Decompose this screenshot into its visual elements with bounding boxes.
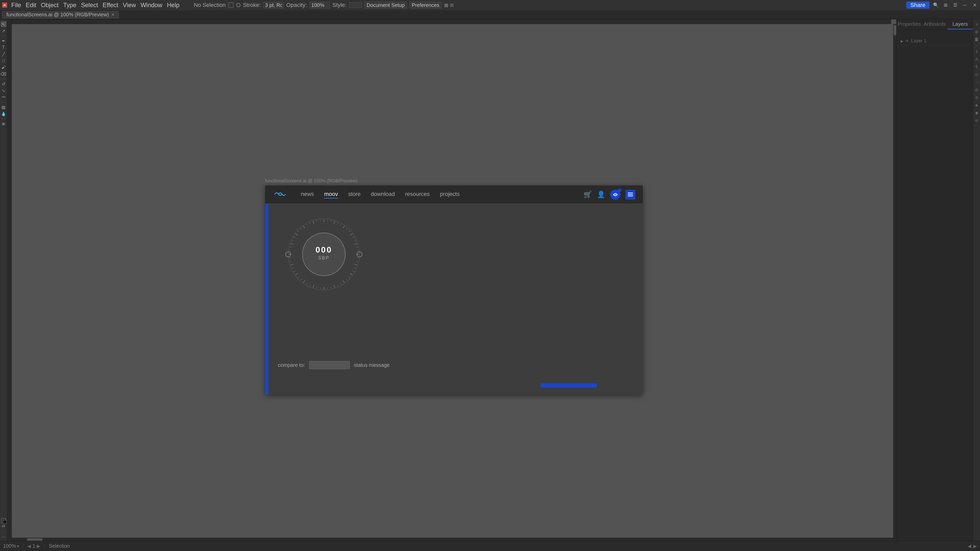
- brush-panel-icon[interactable]: ⊙: [974, 72, 980, 77]
- preferences-btn[interactable]: Preferences: [410, 2, 442, 8]
- svg-point-67: [302, 233, 345, 276]
- compare-input-field[interactable]: [309, 361, 350, 369]
- transform-icon[interactable]: ↔: [974, 79, 980, 85]
- nav-news[interactable]: news: [301, 191, 314, 198]
- swap-colors-icon[interactable]: ⇄: [2, 524, 5, 528]
- line-tool[interactable]: ╱: [1, 51, 6, 57]
- menu-view[interactable]: View: [123, 2, 136, 9]
- nav-moov[interactable]: moov: [324, 191, 338, 198]
- expand-icon[interactable]: ⊞: [450, 2, 454, 8]
- next-page-icon[interactable]: ▶: [37, 543, 40, 549]
- stroke-value-input[interactable]: [263, 2, 284, 8]
- status-divider-1: [23, 544, 23, 548]
- svg-line-50: [290, 261, 291, 262]
- img-trace-icon[interactable]: ⊘: [974, 118, 980, 123]
- menu-type[interactable]: Type: [63, 2, 76, 9]
- menu-square-btn[interactable]: [625, 190, 635, 200]
- close-icon[interactable]: ✕: [971, 2, 978, 8]
- panels-icon[interactable]: ☰: [952, 2, 959, 8]
- menu-effect[interactable]: Effect: [103, 2, 118, 9]
- char-icon[interactable]: A: [974, 56, 980, 62]
- menu-file[interactable]: File: [11, 2, 21, 9]
- menu-bar: Ai File Edit Object Type Select Effect V…: [0, 0, 980, 10]
- more-tools-btn[interactable]: …: [1, 533, 6, 539]
- eyedropper-tool[interactable]: 💧: [1, 111, 6, 117]
- tab-close-btn[interactable]: ✕: [111, 12, 115, 17]
- search-icon[interactable]: 🔍: [932, 2, 939, 8]
- nav-store[interactable]: store: [348, 191, 361, 198]
- vertical-ruler: [7, 19, 12, 541]
- para-icon[interactable]: ¶: [974, 64, 980, 70]
- share-button[interactable]: Share: [906, 2, 929, 9]
- zoom-level[interactable]: 100% ▾: [3, 543, 19, 549]
- svg-line-11: [337, 222, 338, 224]
- brush-tool[interactable]: 🖌: [1, 65, 6, 70]
- svg-line-46: [295, 273, 298, 275]
- stroke-color-swatch[interactable]: [228, 2, 234, 8]
- prev-page-icon[interactable]: ◀: [27, 543, 31, 549]
- layers-list: ▶ 👁 Layer 1: [900, 34, 969, 48]
- eye-icon: [612, 192, 618, 197]
- file-tab[interactable]: functionalScreens.ai @ 100% (RGB/Preview…: [2, 11, 119, 18]
- layers-tab[interactable]: Layers: [947, 19, 973, 29]
- eraser-tool[interactable]: ⌫: [1, 71, 6, 77]
- scale-tool[interactable]: ⤡: [1, 88, 6, 94]
- minimize-icon[interactable]: ─: [962, 2, 968, 8]
- left-toolbar: ↖ ↗ ✒ T ╱ □ 🖌 ⌫ ↺ ⤡ 〜 ▨ 💧 ⊕ ⇄ …: [0, 19, 7, 541]
- zoom-tool[interactable]: ⊕: [1, 121, 6, 127]
- artboards-icon[interactable]: ⊞: [974, 29, 980, 35]
- cart-icon[interactable]: 🛒: [584, 191, 592, 198]
- h-scrollbar-thumb[interactable]: [27, 538, 42, 541]
- selection-tool[interactable]: ↖: [1, 21, 6, 27]
- user-icon[interactable]: 👤: [597, 191, 605, 198]
- align-icon[interactable]: ⊟: [974, 87, 980, 93]
- pen-tool[interactable]: ✒: [1, 38, 6, 44]
- fill-color[interactable]: [1, 518, 6, 523]
- warp-tool[interactable]: 〜: [1, 94, 6, 100]
- menu-window[interactable]: Window: [141, 2, 162, 9]
- nav-projects[interactable]: projects: [440, 191, 460, 198]
- layer-visibility-icon[interactable]: 👁: [905, 39, 909, 43]
- artboard: news moov store download resources proje…: [265, 186, 643, 395]
- menu-edit[interactable]: Edit: [26, 2, 36, 9]
- blue-accent-bar: [265, 204, 268, 395]
- svg-line-20: [356, 247, 358, 248]
- scrollbar-thumb[interactable]: [894, 25, 896, 35]
- vertical-scrollbar[interactable]: [893, 24, 896, 541]
- nav-download[interactable]: download: [371, 191, 395, 198]
- svg-line-44: [301, 279, 302, 281]
- direct-selection-tool[interactable]: ↗: [1, 28, 6, 34]
- svg-line-39: [317, 287, 317, 289]
- properties-icon[interactable]: ≡: [974, 21, 980, 27]
- svg-line-64: [313, 221, 314, 224]
- type-tool[interactable]: T: [1, 44, 6, 50]
- tab-label: functionalScreens.ai @ 100% (RGB/Preview…: [6, 12, 109, 17]
- rect-tool[interactable]: □: [1, 58, 6, 64]
- artboards-tab[interactable]: Artboards: [922, 19, 948, 29]
- gradient-tool[interactable]: ▨: [1, 104, 6, 110]
- opacity-input[interactable]: [310, 2, 330, 8]
- pathfinder-icon[interactable]: ⊕: [974, 95, 980, 100]
- artboard-prev-icon[interactable]: ◀: [968, 543, 971, 549]
- document-setup-btn[interactable]: Document Setup: [364, 2, 407, 8]
- info-icon[interactable]: ℹ: [974, 49, 980, 54]
- artboard-next-icon[interactable]: ▶: [974, 543, 977, 549]
- menu-help[interactable]: Help: [167, 2, 180, 9]
- menu-select[interactable]: Select: [81, 2, 98, 9]
- layers-icon[interactable]: ☰: [974, 37, 980, 42]
- arrange-icon[interactable]: ▦: [444, 2, 449, 8]
- menu-object[interactable]: Object: [41, 2, 59, 9]
- style-selector[interactable]: [349, 2, 362, 8]
- graphic-styles-icon[interactable]: ◉: [974, 110, 980, 116]
- layer-item[interactable]: ▶ 👁 Layer 1: [900, 37, 969, 45]
- canvas-area[interactable]: functionalScreens.ai @ 100% (RGB/Preview…: [12, 24, 896, 541]
- nav-resources[interactable]: resources: [405, 191, 430, 198]
- svg-line-41: [310, 285, 310, 286]
- layers-tab-label: Layers: [953, 21, 968, 27]
- svg-line-14: [346, 228, 347, 230]
- horizontal-scrollbar[interactable]: [12, 538, 893, 541]
- appearance-icon[interactable]: ◈: [974, 102, 980, 108]
- window-icon[interactable]: ⊞: [942, 2, 949, 8]
- properties-tab[interactable]: Properties: [897, 19, 922, 29]
- rotate-tool[interactable]: ↺: [1, 81, 6, 87]
